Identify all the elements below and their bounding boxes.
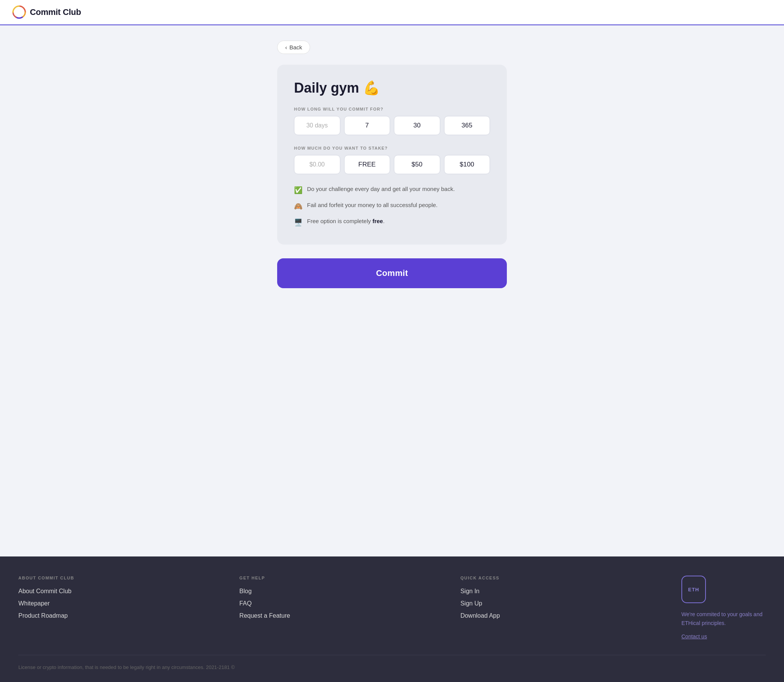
challenge-card: Daily gym 💪 HOW LONG WILL YOU COMMIT FOR…	[277, 65, 507, 245]
footer-link-blog[interactable]: Blog	[239, 588, 452, 595]
footer-col-quick-access: QUICK ACCESS Sign In Sign Up Download Ap…	[461, 576, 681, 640]
commit-button[interactable]: Commit	[277, 258, 507, 288]
footer-col-eth: ETH We're commited to your goals and ETH…	[681, 576, 766, 640]
eth-badge: ETH	[681, 576, 706, 603]
info-text-fail: Fail and forfeit your money to all succe…	[307, 201, 438, 210]
stake-100[interactable]: $100	[444, 155, 490, 174]
eth-tagline: We're commited to your goals and ETHical…	[681, 610, 766, 627]
stake-50[interactable]: $50	[394, 155, 440, 174]
site-logo-text: Commit Club	[30, 7, 81, 17]
footer-legal-text: License or crypto information, that is n…	[18, 664, 235, 670]
eth-badge-text: ETH	[688, 587, 699, 592]
footer-link-request-feature[interactable]: Request a Feature	[239, 612, 452, 619]
info-text-free: Free option is completely free.	[307, 217, 385, 226]
footer-col-help: GET HELP Blog FAQ Request a Feature	[239, 576, 460, 640]
stake-free[interactable]: FREE	[344, 155, 390, 174]
footer-link-faq[interactable]: FAQ	[239, 600, 452, 607]
computer-emoji: 🖥️	[294, 217, 302, 228]
info-text-success: Do your challenge every day and get all …	[307, 185, 455, 194]
contact-link[interactable]: Contact us	[681, 633, 707, 640]
duration-input[interactable]: 30 days	[294, 116, 340, 135]
footer-col-about: ABOUT COMMIT CLUB About Commit Club Whit…	[18, 576, 239, 640]
footer-link-whitepaper[interactable]: Whitepaper	[18, 600, 232, 607]
checkmark-emoji: ✅	[294, 185, 302, 196]
footer: ABOUT COMMIT CLUB About Commit Club Whit…	[0, 556, 784, 682]
info-list: ✅ Do your challenge every day and get al…	[294, 185, 490, 228]
info-item-free: 🖥️ Free option is completely free.	[294, 217, 490, 228]
footer-link-sign-up[interactable]: Sign Up	[461, 600, 674, 607]
footer-link-about-commit-club[interactable]: About Commit Club	[18, 588, 232, 595]
duration-options: 30 days 7 30 365	[294, 116, 490, 135]
header: Commit Club	[0, 0, 784, 25]
back-label: Back	[289, 44, 302, 51]
logo-icon	[12, 5, 26, 19]
info-item-fail: 🙈 Fail and forfeit your money to all suc…	[294, 201, 490, 212]
footer-columns: ABOUT COMMIT CLUB About Commit Club Whit…	[18, 576, 766, 640]
duration-7[interactable]: 7	[344, 116, 390, 135]
scared-emoji: 🙈	[294, 201, 302, 212]
footer-bottom: License or crypto information, that is n…	[18, 655, 766, 671]
info-item-success: ✅ Do your challenge every day and get al…	[294, 185, 490, 196]
footer-link-sign-in[interactable]: Sign In	[461, 588, 674, 595]
footer-about-label: ABOUT COMMIT CLUB	[18, 576, 232, 580]
duration-365[interactable]: 365	[444, 116, 490, 135]
footer-quick-access-label: QUICK ACCESS	[461, 576, 674, 580]
stake-input[interactable]: $0.00	[294, 155, 340, 174]
back-button[interactable]: ‹ Back	[277, 41, 310, 54]
footer-help-label: GET HELP	[239, 576, 452, 580]
duration-label: HOW LONG WILL YOU COMMIT FOR?	[294, 107, 490, 111]
stake-label: HOW MUCH DO YOU WANT TO STAKE?	[294, 146, 490, 150]
stake-options: $0.00 FREE $50 $100	[294, 155, 490, 174]
free-bold: free	[372, 218, 383, 224]
footer-link-product-roadmap[interactable]: Product Roadmap	[18, 612, 232, 619]
duration-30[interactable]: 30	[394, 116, 440, 135]
challenge-title: Daily gym 💪	[294, 80, 490, 96]
chevron-left-icon: ‹	[285, 44, 287, 51]
footer-link-download-app[interactable]: Download App	[461, 612, 674, 619]
main-content: ‹ Back Daily gym 💪 HOW LONG WILL YOU COM…	[0, 25, 784, 556]
